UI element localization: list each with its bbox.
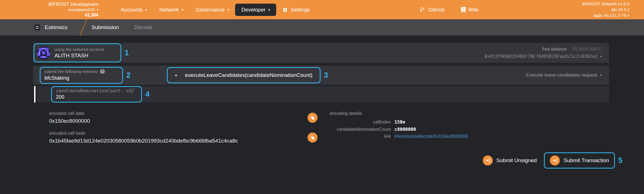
chevron-down-icon: ▾	[145, 8, 147, 11]
annotation-outline-1: using the selected account ALITH STASH	[34, 43, 121, 62]
encoding-detail-row: candidateNominationCount c8000000	[330, 126, 468, 133]
nav-network-label: Network	[159, 7, 179, 13]
extrinsic-section-label-line: submit the following extrinsic ?	[44, 69, 117, 74]
account-address-dropdown[interactable]: 0x912F9D002E46DF70C78495D29Faa523c2c0382…	[484, 53, 602, 60]
detail-key-nomination-count: candidateNominationCount	[330, 126, 394, 133]
sign-in-icon	[550, 155, 560, 165]
submit-unsigned-label: Submit Unsigned	[496, 157, 537, 164]
version-api: api v9.4.2	[582, 7, 629, 12]
annotation-number-5: 5	[618, 156, 622, 165]
free-balance-label: free balance	[542, 47, 567, 51]
extrinsic-section-label: submit the following extrinsic	[44, 69, 98, 74]
annotated-method-select: ▾ executeLeaveCandidates(candidateNomina…	[167, 67, 328, 83]
chevron-down-icon: ▾	[227, 8, 229, 11]
section-extrinsics[interactable]: Extrinsics	[34, 24, 83, 31]
extrinsic-description: Execute leave candidates request	[526, 72, 597, 78]
extrinsic-description-dropdown[interactable]: Execute leave candidates request ▾	[526, 72, 602, 78]
extrinsic-section-select[interactable]: submit the following extrinsic ? bfcStak…	[41, 68, 122, 83]
best-block-number[interactable]: #2,304	[85, 12, 98, 18]
nav-network[interactable]: Network ▾	[153, 4, 190, 16]
detail-value-nomination-count: c8000000	[394, 126, 416, 133]
free-balance-value: 99.9999 BBFC	[572, 47, 602, 51]
copy-call-hash-button[interactable]	[307, 133, 318, 143]
nav-accounts-label: Accounts	[121, 7, 143, 13]
annotation-number-3: 3	[324, 71, 328, 80]
extrinsic-method-value: executeLeaveCandidates(candidateNominati…	[185, 72, 312, 78]
book-icon	[461, 7, 466, 12]
git-branch-icon	[420, 7, 425, 12]
submit-actions: Submit Unsigned Submit Transaction 5	[33, 152, 622, 169]
help-icon[interactable]: ?	[100, 69, 105, 74]
submit-transaction-button[interactable]: Submit Transaction	[550, 155, 609, 165]
chain-name: moonbeam/201	[68, 8, 95, 12]
annotated-submit-transaction: Submit Transaction 5	[544, 152, 622, 169]
nav-governance-label: Governance	[196, 7, 225, 13]
submit-transaction-label: Submit Transaction	[564, 157, 609, 164]
nav-developer-label: Developer	[241, 7, 266, 13]
param-panel: candidateNominationCount: u32 200 4	[37, 86, 609, 103]
nav-settings-label: Settings	[291, 7, 310, 13]
top-navigation-bar: BIFROST Development moonbeam/201 ▾ #2,30…	[0, 0, 644, 19]
copy-call-data-button[interactable]	[307, 113, 318, 123]
extrinsic-section-value: bfcStaking	[44, 75, 117, 81]
encoding-detail-row: callIndex 150e	[330, 119, 468, 126]
extrinsic-method-select[interactable]: ▾ executeLeaveCandidates(candidateNomina…	[168, 68, 320, 82]
encoded-call-data-label: encoded call data	[49, 111, 90, 116]
annotation-outline-3: ▾ executeLeaveCandidates(candidateNomina…	[167, 67, 321, 83]
encoded-call-data-block: encoded call data 0x150ec8000000	[49, 111, 90, 124]
extrinsic-row: submit the following extrinsic ? bfcStak…	[33, 66, 609, 85]
nav-governance[interactable]: Governance ▾	[190, 4, 235, 16]
github-link[interactable]: GitHub	[414, 4, 451, 16]
account-balance-block: free balance 99.9999 BBFC 0x912F9D002E46…	[484, 46, 602, 60]
annotated-account-select: using the selected account ALITH STASH 1	[34, 43, 129, 62]
encoded-call-hash-label: encoded call hash	[49, 131, 238, 136]
tab-decode[interactable]: Decode	[127, 19, 160, 36]
annotation-outline-2: submit the following extrinsic ? bfcStak…	[40, 67, 123, 84]
nav-accounts[interactable]: Accounts ▾	[115, 4, 153, 16]
encoding-detail-row: link #/extrinsics/decode/0x150ec8000000	[330, 133, 468, 140]
encoded-call-data-group: encoded call data 0x150ec8000000	[49, 111, 318, 124]
detail-key-link: link	[330, 133, 394, 140]
wiki-label: Wiki	[468, 7, 479, 13]
account-select-label: using the selected account	[55, 47, 104, 52]
encoding-details-column: encoding details callIndex 150e candidat…	[330, 111, 468, 144]
param-input[interactable]: candidateNominationCount: u32 200	[52, 87, 141, 102]
encoding-details-label: encoding details	[330, 111, 468, 116]
chevron-down-icon: ▾	[97, 8, 98, 11]
version-apps: apps v0.121.2-75-x	[582, 13, 629, 18]
annotated-param-input: candidateNominationCount: u32 200 4	[51, 86, 150, 103]
account-address: 0x912F9D002E46DF70C78495D29Faa523c2c0382…	[484, 53, 598, 60]
wiki-link[interactable]: Wiki	[455, 4, 485, 16]
version-info: BIFROST Network v1.0.0 api v9.4.2 apps v…	[582, 1, 644, 18]
param-row: candidateNominationCount: u32 200 4	[34, 86, 609, 103]
detail-key-callindex: callIndex	[330, 119, 394, 126]
chevron-down-icon: ▾	[600, 74, 602, 77]
decode-link[interactable]: #/extrinsics/decode/0x150ec8000000	[394, 133, 468, 140]
annotation-number-4: 4	[145, 90, 150, 99]
chevron-down-icon: ▾	[182, 8, 183, 11]
version-network: BIFROST Network v1.0.0	[582, 1, 629, 7]
sign-in-icon	[483, 155, 493, 165]
annotation-number-2: 2	[126, 71, 131, 80]
chain-selector[interactable]: moonbeam/201 ▾	[68, 8, 98, 12]
external-links: GitHub Wiki	[414, 4, 484, 16]
gear-icon	[282, 7, 288, 13]
tab-submission[interactable]: Submission	[84, 19, 126, 36]
encoded-left-column: encoded call data 0x150ec8000000 encoded…	[49, 111, 318, 144]
copy-icon	[310, 115, 315, 120]
param-indent-bar	[34, 86, 35, 103]
account-identicon[interactable]	[37, 46, 50, 60]
account-select[interactable]: using the selected account ALITH STASH	[34, 44, 120, 61]
nav-settings[interactable]: Settings	[276, 4, 316, 16]
nav-developer[interactable]: Developer ▾	[235, 4, 276, 16]
annotated-section-select: submit the following extrinsic ? bfcStak…	[40, 67, 131, 84]
extrinsics-icon	[34, 24, 41, 31]
annotation-outline-4: candidateNominationCount: u32 200	[51, 86, 142, 103]
network-brand: BIFROST Development moonbeam/201 ▾ #2,30…	[0, 2, 98, 17]
param-name-type: candidateNominationCount: u32	[56, 88, 134, 93]
github-label: GitHub	[428, 7, 444, 13]
annotation-outline-5: Submit Transaction	[544, 152, 615, 169]
network-title: BIFROST Development	[49, 2, 98, 7]
submit-unsigned-button[interactable]: Submit Unsigned	[483, 155, 537, 165]
account-name: ALITH STASH	[55, 53, 104, 59]
